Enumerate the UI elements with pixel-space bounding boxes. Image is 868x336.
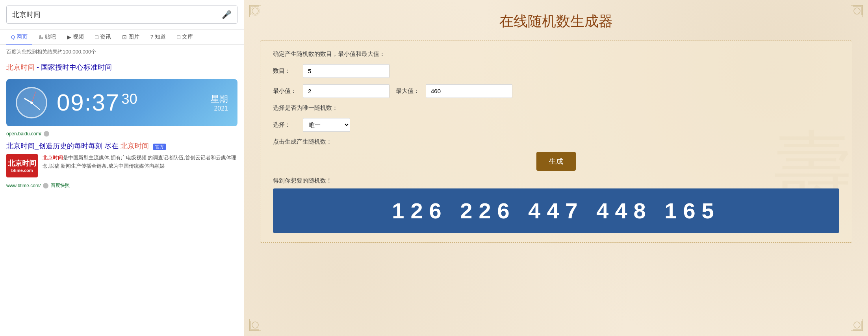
source-icon-1: [44, 131, 49, 137]
svg-point-1: [854, 8, 860, 14]
result-snippet: 北京时间 btime.com 北京时间是中国新型主流媒体,拥有广电级视频 的调查…: [6, 154, 237, 177]
result-title-2-highlight: 北京时间: [121, 142, 149, 150]
tab-zhidao-label: 知道: [155, 33, 166, 41]
svg-point-0: [252, 8, 258, 14]
tab-news-icon: □: [95, 34, 98, 40]
choose-row: 选择： 唯一: [273, 118, 839, 132]
logo-subtext: btime.com: [11, 168, 33, 173]
count-row: 数目：: [273, 64, 839, 78]
result-title-2[interactable]: 北京时间_创造历史的每时每刻 尽在 北京时间 官方: [6, 141, 237, 151]
svg-point-2: [252, 322, 258, 328]
result-label: 得到你想要的随机数！: [273, 177, 839, 185]
corner-ornament-bl: [247, 301, 279, 333]
nav-tabs: Q 网页 贴 贴吧 ▶ 视频 □ 资讯 ⊡ 图片 ? 知道 □ 文库: [0, 30, 244, 45]
tab-wenku-label: 文库: [182, 33, 193, 41]
tab-images-icon: ⊡: [122, 34, 127, 40]
generator-box: 确定产生随机数的数目，最小值和最大值： 数目： 最小值： 最大值： 选择是否为唯…: [260, 41, 852, 243]
tab-webpage[interactable]: Q 网页: [6, 30, 32, 45]
tab-zhidao-icon: ?: [150, 34, 154, 40]
clock-weekday: 星期: [211, 93, 228, 105]
source-url-2-text: www.btime.com/: [6, 183, 41, 188]
count-input[interactable]: [303, 64, 389, 78]
result-item-1: 北京时间 - 国家授时中心标准时间: [0, 59, 244, 76]
clock-info-right: 星期 2021: [211, 93, 228, 112]
choose-label: 选择：: [273, 121, 297, 129]
numbers-display: 126 226 447 448 165: [286, 198, 827, 223]
clock-time-main: 09:37: [57, 89, 120, 116]
result-item-2: 北京时间_创造历史的每时每刻 尽在 北京时间 官方 北京时间 btime.com…: [0, 138, 244, 181]
result-title-1[interactable]: 北京时间 - 国家授时中心标准时间: [6, 63, 112, 71]
result-title-1-prefix: 北京时间: [6, 63, 35, 71]
clock-year: 2021: [211, 105, 228, 112]
baidu-kuaizhao: 百度快照: [51, 182, 70, 189]
source-url-1-text: open.baidu.com/: [6, 131, 41, 137]
clock-seconds: 30: [122, 91, 137, 107]
left-panel: 北京时间 🎤 Q 网页 贴 贴吧 ▶ 视频 □ 资讯 ⊡ 图片 ? 知道: [0, 0, 244, 336]
tab-images[interactable]: ⊡ 图片: [117, 30, 144, 44]
logo-text-big: 北京时间: [8, 159, 36, 168]
max-input[interactable]: [426, 84, 512, 98]
section3-label: 点击生成产生随机数：: [273, 138, 839, 146]
minute-hand: [31, 102, 40, 110]
tab-zhidao[interactable]: ? 知道: [146, 30, 171, 44]
result-title-2-prefix: 北京时间_创造历史的每时每刻 尽在: [6, 142, 119, 150]
tab-webpage-icon: Q: [11, 34, 15, 40]
source-url-1: open.baidu.com/: [0, 129, 244, 138]
min-label: 最小值：: [273, 87, 297, 95]
min-input[interactable]: [303, 84, 389, 98]
tab-tieba[interactable]: 贴 贴吧: [34, 30, 61, 44]
tab-video-icon: ▶: [67, 34, 71, 40]
tab-video[interactable]: ▶ 视频: [62, 30, 89, 44]
generate-button[interactable]: 生成: [536, 152, 576, 171]
unique-select[interactable]: 唯一: [303, 118, 350, 132]
official-badge: 官方: [153, 144, 166, 150]
result-title-1-suffix: - 国家授时中心标准时间: [35, 63, 112, 71]
svg-point-3: [854, 322, 860, 328]
count-label: 数目：: [273, 67, 297, 75]
snippet-highlight: 北京时间: [43, 155, 63, 161]
btime-logo: 北京时间 btime.com: [6, 154, 38, 177]
search-input-text: 北京时间: [12, 10, 41, 19]
corner-ornament-br: [833, 301, 865, 333]
result-count: 百度为您找到相关结果约100,000,000个: [0, 45, 244, 59]
tab-news-label: 资讯: [100, 33, 111, 41]
search-bar: 北京时间 🎤: [0, 0, 244, 30]
second-hand: [32, 92, 36, 103]
source-url-2: www.btime.com/ 百度快照: [0, 181, 244, 190]
tab-wenku-icon: □: [177, 34, 180, 40]
clock-center: [30, 102, 33, 104]
tab-tieba-icon: 贴: [39, 34, 43, 41]
tab-news[interactable]: □ 资讯: [90, 30, 115, 44]
section1-label: 确定产生随机数的数目，最小值和最大值：: [273, 50, 839, 58]
result-numbers-box: 126 226 447 448 165: [273, 188, 839, 233]
clock-card: 09:37 30 星期 2021: [6, 79, 237, 126]
section2-label: 选择是否为唯一随机数：: [273, 104, 839, 112]
page-title: 在线随机数生成器: [260, 12, 852, 31]
clock-face: [16, 87, 47, 118]
snippet-body: 是中国新型主流媒体,拥有广电级视频 的调查记者队伍,首创云记者和云媒体理念,以稿…: [43, 155, 236, 169]
mic-icon[interactable]: 🎤: [222, 10, 232, 19]
tab-video-label: 视频: [73, 33, 84, 41]
clock-time-display: 09:37 30: [57, 91, 137, 114]
tab-wenku[interactable]: □ 文库: [172, 30, 197, 44]
tab-tieba-label: 贴吧: [45, 33, 56, 41]
minmax-row: 最小值： 最大值：: [273, 84, 839, 98]
tab-images-label: 图片: [128, 33, 139, 41]
max-label: 最大值：: [396, 87, 419, 95]
search-input-wrapper[interactable]: 北京时间 🎤: [6, 6, 237, 24]
tab-webpage-label: 网页: [17, 33, 28, 41]
source-icon-2: [43, 183, 48, 188]
right-panel: 壽 在线随机数生成器 确定产生随机数的数目，最小值和最大值： 数目： 最小值：: [244, 0, 868, 336]
snippet-text: 北京时间是中国新型主流媒体,拥有广电级视频 的调查记者队伍,首创云记者和云媒体理…: [43, 154, 237, 177]
